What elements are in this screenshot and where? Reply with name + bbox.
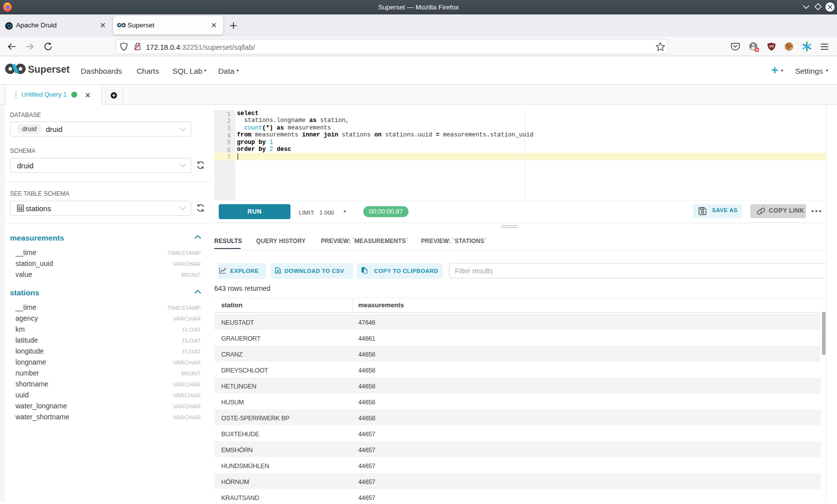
- svg-text:uO: uO: [769, 44, 774, 48]
